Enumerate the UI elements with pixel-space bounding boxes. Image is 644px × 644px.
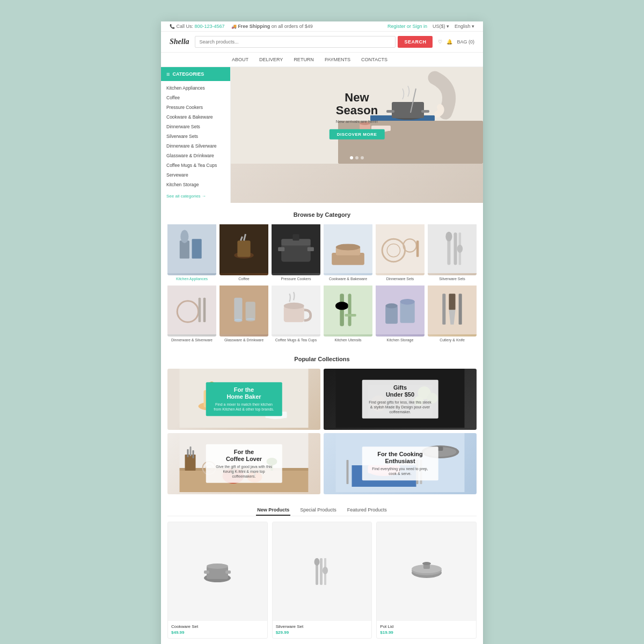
cat-label-coffee: Coffee [219,277,268,281]
cat-glassware-drinkware[interactable]: Glassware & Drinkware [219,286,268,342]
search-input[interactable] [195,36,396,48]
collection-cooking-enthusiast[interactable]: For the CookingEnthusiast Find everythin… [324,433,477,494]
sidebar-item-kitchen-storage[interactable]: Kitchen Storage [161,180,230,189]
collection-coffee-title: For theCoffee Lover [212,448,276,462]
cat-dinnerware-silverware[interactable]: Dinnerware & Silverware [167,286,216,342]
product-price-3: $19.99 [380,630,473,635]
collection-coffee-lover[interactable]: For theCoffee Lover Give the gift of goo… [167,433,320,494]
svg-point-127 [422,562,431,565]
tab-special-products[interactable]: Special Products [299,505,338,516]
collection-cooking-desc: Find everything you need to prep, cook &… [368,466,432,476]
svg-rect-67 [459,294,462,325]
svg-rect-36 [428,224,477,273]
shipping-info: Free Shipping on all orders of $49 [231,24,313,29]
wishlist-icon[interactable]: ♡ [438,39,442,45]
header-icons: ♡ 🔔 BAG (0) [438,39,474,45]
cat-label-kitchen-appliances: Kitchen Appliances [167,277,216,281]
svg-rect-25 [278,247,284,251]
cat-cutlery-knife[interactable]: Cutlery & Knife [428,286,477,342]
hero-dot-2[interactable] [355,156,358,159]
sidebar-item-serveware[interactable]: Serveware [161,170,230,180]
collection-gifts-under-50[interactable]: GiftsUnder $50 Find great gifts for less… [324,369,477,430]
hero-banner: New Season New arrivals are here! DISCOV… [231,67,483,203]
nav-delivery[interactable]: DELIVERY [258,53,284,67]
product-card-2[interactable]: Silverware Set $29.99 [272,522,372,639]
cat-label-pressure-cookers: Pressure Cookers [272,277,320,281]
categories-header: ≡ CATEGORIES [161,67,230,81]
product-card-3[interactable]: Pot Lid $19.99 [376,522,477,639]
cat-kitchen-storage[interactable]: Kitchen Storage [376,286,425,342]
tab-featured-products[interactable]: Featured Products [346,505,388,516]
currency-selector[interactable]: US($) ▾ [433,24,449,29]
cat-img-glassware-drinkware [219,286,268,336]
nav-about[interactable]: ABOUT [231,53,250,67]
svg-rect-106 [347,460,349,484]
collection-home-baker[interactable]: For theHome Baker Find a mixer to match … [167,369,320,430]
cat-label-cutlery-knife: Cutlery & Knife [428,338,477,342]
product-card-1[interactable]: Cookware Set $49.99 [167,522,268,639]
cat-label-glassware-drinkware: Glassware & Drinkware [219,338,268,342]
hero-dot-3[interactable] [361,156,364,159]
cat-img-kitchen-storage [376,286,425,336]
collections-grid: For theHome Baker Find a mixer to match … [167,369,477,494]
cat-kitchen-appliances[interactable]: Kitchen Appliances [167,224,216,281]
discover-more-button[interactable]: DISCOVER MORE [330,129,385,140]
sidebar-item-kitchen-appliances[interactable]: Kitchen Appliances [161,83,230,93]
sidebar-item-glassware-drinkware[interactable]: Glassware & Drinkware [161,151,230,160]
notification-icon[interactable]: 🔔 [447,39,452,45]
svg-point-15 [180,230,188,243]
see-all-categories[interactable]: See all categories → [161,192,230,203]
svg-rect-45 [203,298,206,323]
cat-img-kitchen-appliances [167,224,216,275]
nav-payments[interactable]: PAYMENTS [324,53,352,67]
logo[interactable]: Shella [170,38,189,46]
cat-pressure-cookers[interactable]: Pressure Cookers [272,224,320,281]
nav-return[interactable]: RETURN [292,53,315,67]
cat-coffee[interactable]: Coffee [219,224,268,281]
cart-icon[interactable]: BAG (0) [457,39,474,45]
top-bar-right: Register or Sign in US($) ▾ English ▾ [387,24,474,29]
collections-section: Popular Collections [161,347,483,499]
cat-coffee-mugs-tea-cups[interactable]: Coffee Mugs & Tea Cups [272,286,320,342]
svg-rect-42 [167,286,216,334]
browse-section: Browse by Category Kitchen Appliances Co… [161,203,483,347]
sidebar-item-silverware-sets[interactable]: Silverware Sets [161,131,230,141]
svg-rect-91 [193,450,194,458]
sidebar-item-coffee-mugs-tea-cups[interactable]: Coffee Mugs & Tea Cups [161,160,230,170]
cat-label-kitchen-storage: Kitchen Storage [376,338,425,342]
svg-rect-119 [320,558,323,585]
top-bar: Call Us: 800-123-4567 Free Shipping on a… [161,21,483,32]
language-selector[interactable]: English ▾ [455,24,474,29]
cat-kitchen-utensils[interactable]: Kitchen Utensils [324,286,372,342]
sidebar-item-dinnerware-sets[interactable]: Dinnerware Sets [161,122,230,131]
cat-label-silverware-sets: Silverware Sets [428,277,477,281]
nav-contacts[interactable]: CONTACTS [360,53,389,67]
svg-point-61 [385,304,398,309]
sidebar-item-pressure-cookers[interactable]: Pressure Cookers [161,103,230,112]
cat-img-cookware-bakeware [324,224,372,275]
cat-label-dinnerware-sets: Dinnerware Sets [376,277,425,281]
cat-dinnerware-sets[interactable]: Dinnerware Sets [376,224,425,281]
sidebar-item-dinnerware-silverware[interactable]: Dinnerware & Silverware [161,141,230,151]
tab-new-products[interactable]: New Products [256,505,290,516]
cat-cookware-bakeware[interactable]: Cookware & Bakeware [324,224,372,281]
svg-rect-44 [199,298,201,323]
phone-link[interactable]: 800-123-4567 [195,24,225,29]
sidebar-item-cookware-bakeware[interactable]: Cookware & Bakeware [161,112,230,122]
svg-point-53 [284,303,304,309]
menu-icon: ≡ [166,71,170,77]
svg-rect-4 [392,102,424,118]
svg-rect-46 [219,286,268,334]
product-img-1 [168,522,267,621]
hero-content: New Season New arrivals are here! DISCOV… [330,91,385,140]
register-link[interactable]: Register or Sign in [387,24,427,29]
cat-silverware-sets[interactable]: Silverware Sets [428,224,477,281]
hero-dot-1[interactable] [350,156,353,159]
svg-point-30 [336,244,361,250]
product-name-1: Cookware Set [171,624,264,629]
search-button[interactable]: SEARCH [398,36,433,48]
svg-rect-65 [449,294,455,310]
sidebar-item-coffee[interactable]: Coffee [161,93,230,103]
svg-point-48 [234,319,242,323]
svg-rect-90 [190,447,192,456]
